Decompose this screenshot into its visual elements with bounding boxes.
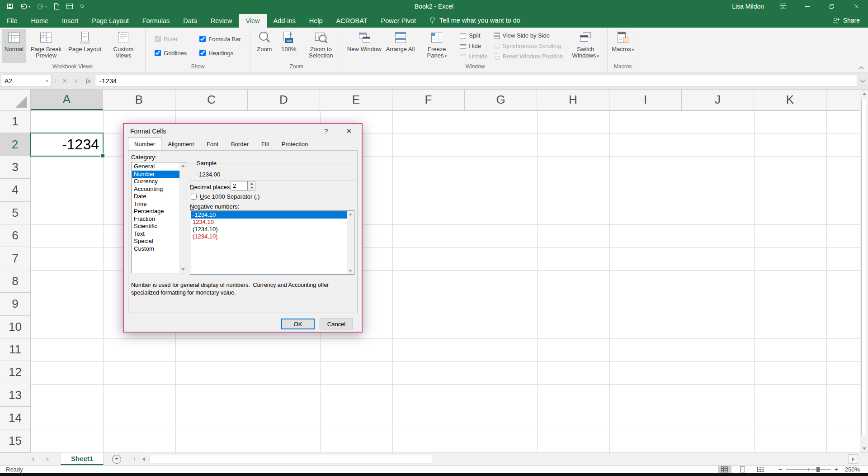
negative-numbers-listbox[interactable]: -1234.101234.10(1234.10)(1234.10) <box>190 210 354 275</box>
save-icon[interactable] <box>6 3 14 10</box>
category-item-custom[interactable]: Custom <box>132 245 179 253</box>
ribbon-tab-view[interactable]: View <box>239 14 266 28</box>
column-header-J[interactable]: J <box>682 90 754 110</box>
column-header-K[interactable]: K <box>754 90 826 110</box>
cancel-button[interactable]: Cancel <box>320 319 353 329</box>
row-header-14[interactable]: 14 <box>0 407 31 429</box>
category-item-currency[interactable]: Currency <box>132 178 179 186</box>
vertical-scrollbar-thumb[interactable] <box>861 99 867 435</box>
freeze-panes-button[interactable]: Freeze Panes▾ <box>417 29 457 63</box>
negative-format-option-1[interactable]: -1234.10 <box>191 211 347 219</box>
close-icon[interactable] <box>851 1 862 12</box>
zoom-in-icon[interactable]: + <box>835 466 838 472</box>
negative-numbers-scrollbar[interactable] <box>347 211 354 274</box>
category-scrollbar[interactable] <box>179 162 187 273</box>
restore-icon[interactable] <box>826 1 837 12</box>
100-button[interactable]: 100100% <box>277 29 301 63</box>
category-item-number[interactable]: Number <box>132 171 179 178</box>
row-header-6[interactable]: 6 <box>0 224 31 247</box>
ribbon-tab-home[interactable]: Home <box>24 14 55 28</box>
switch-windows-button[interactable]: Switch Windows▾ <box>566 29 605 63</box>
row-header-13[interactable]: 13 <box>0 384 31 407</box>
ribbon-tab-insert[interactable]: Insert <box>55 14 85 28</box>
dialog-close-icon[interactable]: ✕ <box>346 127 352 135</box>
customize-qat-icon[interactable] <box>80 3 84 10</box>
formula-input[interactable]: -1234 <box>95 75 857 87</box>
minimize-icon[interactable] <box>802 1 813 12</box>
decimal-places-input[interactable] <box>231 181 248 190</box>
zoom-slider-thumb[interactable] <box>816 467 820 472</box>
scroll-down-icon[interactable] <box>860 444 868 452</box>
ribbon-tab-data[interactable]: Data <box>176 14 204 28</box>
row-header-10[interactable]: 10 <box>0 316 31 338</box>
headings-checkbox[interactable]: Headings <box>199 50 241 57</box>
hide-button[interactable]: Hide <box>457 41 490 51</box>
reset-window-position-button[interactable]: Reset Window Position <box>491 51 566 62</box>
ribbon-tab-file[interactable]: File <box>0 14 24 28</box>
category-item-accounting[interactable]: Accounting <box>132 186 179 193</box>
new-sheet-button[interactable]: + <box>104 453 130 465</box>
dialog-tab-font[interactable]: Font <box>200 138 225 150</box>
insert-function-icon[interactable]: fx <box>82 75 94 87</box>
column-header-partial[interactable] <box>826 90 860 110</box>
ribbon-display-options-icon[interactable] <box>778 1 788 12</box>
name-box-caret-icon[interactable]: ▾ <box>46 79 48 83</box>
tab-scroll-splitter[interactable]: ⁞ <box>130 453 139 465</box>
stepper-up-icon[interactable] <box>248 181 255 186</box>
row-header-4[interactable]: 4 <box>0 179 31 201</box>
stepper-down-icon[interactable] <box>248 186 255 190</box>
enter-entry-icon[interactable]: ✓ <box>71 75 82 87</box>
dialog-tab-number[interactable]: Number <box>128 137 161 150</box>
dialog-help-icon[interactable]: ? <box>324 127 328 135</box>
zoom-slider-track[interactable] <box>786 466 831 472</box>
column-header-H[interactable]: H <box>537 90 609 110</box>
undo-icon[interactable]: ▾ <box>20 3 30 10</box>
row-header-8[interactable]: 8 <box>0 270 31 293</box>
sheet-next-icon[interactable] <box>46 457 50 462</box>
row-header-12[interactable]: 12 <box>0 361 31 384</box>
table-form-icon[interactable] <box>66 3 73 10</box>
split-button[interactable]: Split <box>457 30 490 41</box>
sheet-tab-sheet1[interactable]: Sheet1 <box>61 453 104 465</box>
zoom-button[interactable]: Zoom <box>252 29 277 63</box>
category-item-scientific[interactable]: Scientific <box>132 223 179 230</box>
vertical-scrollbar[interactable] <box>860 90 868 452</box>
view-side-by-side-button[interactable]: View Side by Side <box>491 30 566 41</box>
decimal-places-stepper[interactable] <box>248 181 255 190</box>
cancel-entry-icon[interactable]: ✕ <box>59 75 71 87</box>
selected-cell-A2[interactable]: -1234 <box>30 133 104 156</box>
view-page-break-icon[interactable] <box>754 466 768 473</box>
ribbon-tab-add-ins[interactable]: Add-ins <box>267 14 302 28</box>
zoom-to-selection-button[interactable]: Zoom to Selection <box>301 29 341 63</box>
formula-bar-splitter[interactable]: ⁞ <box>52 77 59 84</box>
dialog-tab-alignment[interactable]: Alignment <box>161 138 200 150</box>
zoom-slider[interactable]: − + <box>778 466 838 472</box>
row-header-7[interactable]: 7 <box>0 247 31 270</box>
category-item-special[interactable]: Special <box>132 238 179 245</box>
new-file-icon[interactable] <box>53 3 60 10</box>
horizontal-scrollbar[interactable] <box>139 454 868 464</box>
custom-views-button[interactable]: Custom Views <box>104 29 143 63</box>
row-header-15[interactable]: 15 <box>0 429 31 452</box>
category-item-fraction[interactable]: Fraction <box>132 215 179 223</box>
negative-format-option-4[interactable]: (1234.10) <box>191 233 347 240</box>
redo-icon[interactable]: ▾ <box>37 3 47 10</box>
tell-me-box[interactable]: Tell me what you want to do <box>423 16 527 28</box>
name-box[interactable]: A2 ▾ <box>1 75 52 87</box>
row-header-3[interactable]: 3 <box>0 156 31 179</box>
dialog-tab-border[interactable]: Border <box>225 138 255 150</box>
column-header-E[interactable]: E <box>320 90 392 110</box>
ribbon-tab-review[interactable]: Review <box>204 14 239 28</box>
use-1000-separator-box[interactable] <box>191 194 197 200</box>
page-layout-button[interactable]: Page Layout <box>66 29 104 63</box>
category-item-time[interactable]: Time <box>132 200 179 208</box>
sheet-prev-icon[interactable] <box>31 457 34 462</box>
row-header-9[interactable]: 9 <box>0 293 31 315</box>
ribbon-tab-page-layout[interactable]: Page Layout <box>85 14 135 28</box>
category-item-date[interactable]: Date <box>132 193 179 200</box>
category-item-percentage[interactable]: Percentage <box>132 208 179 215</box>
column-header-G[interactable]: G <box>465 90 537 110</box>
horizontal-scrollbar-thumb[interactable] <box>150 455 432 463</box>
use-1000-separator-checkbox[interactable]: Use 1000 Separator (,) <box>191 193 259 200</box>
category-listbox[interactable]: GeneralNumberCurrencyAccountingDateTimeP… <box>131 162 187 273</box>
